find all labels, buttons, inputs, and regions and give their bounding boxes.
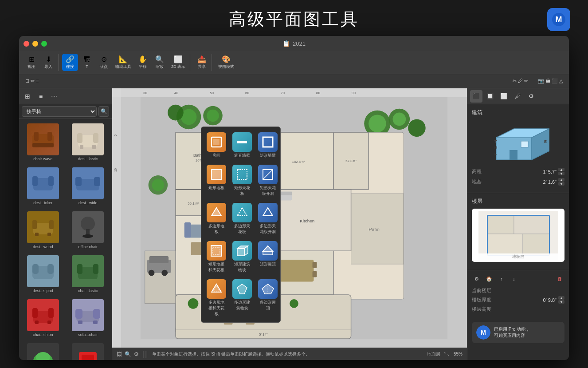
cat-item-rect-ceiling-hole[interactable]: 矩形天花板开洞: [256, 163, 279, 198]
object-item-office-chair[interactable]: office chair: [66, 209, 110, 252]
status-icon-settings[interactable]: ⚙: [134, 351, 139, 357]
status-icon-photo[interactable]: 🖼: [117, 351, 122, 357]
right-toolbar: ⬛ 🔲 ⬜ 🖊 ⚙: [467, 88, 569, 104]
cat-item-poly-ceiling-hole[interactable]: 多边形天花板开洞: [256, 201, 279, 237]
btb-btn-4[interactable]: ↓: [509, 274, 519, 284]
2d-button[interactable]: ⬜ 2D 表示: [169, 54, 188, 71]
object-thumb-chai-shion: [27, 299, 59, 331]
cat-item-poly-roof[interactable]: 多边形屋顶: [256, 277, 279, 319]
floor-height-down[interactable]: ▼: [558, 300, 564, 304]
viewmode-button[interactable]: 🎨 视图模式: [216, 54, 237, 71]
cat-item-rect-floor-ceil[interactable]: 矩形地板和天花板: [205, 239, 228, 275]
object-item-desi-icker[interactable]: desi...icker: [21, 165, 65, 208]
canvas-content[interactable]: Patio Bathroom 107.0 ft² Dressing 84.3 f…: [121, 97, 467, 339]
floor-height-up[interactable]: ▲: [558, 296, 564, 300]
zoom-button[interactable]: 🔍 缩放: [152, 54, 168, 71]
object-item-chai-shion[interactable]: chai...shion: [21, 297, 65, 340]
cat-item-straight-wall[interactable]: 笔直墙壁: [231, 131, 254, 160]
cat-icon-rect-ceiling-hole: [258, 165, 278, 184]
object-label-chai-shion: chai...shion: [33, 332, 53, 337]
object-item-desi-s-pad[interactable]: desi...s pad: [21, 253, 65, 296]
status-icon-zoom-out[interactable]: 🔍: [125, 351, 131, 357]
svg-rect-48: [263, 137, 273, 147]
sidebar-list-btn[interactable]: ≡: [35, 91, 47, 102]
cat-item-poly-ceiling[interactable]: 多边形天花板: [231, 201, 254, 237]
rtb-btn-2[interactable]: 🔲: [484, 90, 496, 103]
object-item-desi-lastic[interactable]: desi...lastic: [66, 121, 110, 164]
minimize-button[interactable]: [32, 41, 38, 47]
btb-btn-1[interactable]: ⚙: [472, 274, 482, 284]
svg-point-42: [36, 352, 50, 360]
cat-item-poly-floor[interactable]: 多边形地板: [205, 201, 228, 237]
close-button[interactable]: [24, 41, 29, 47]
subtb-right1[interactable]: ✂ 🖊 ✏: [509, 77, 532, 85]
canvas-area[interactable]: 30 40 50 60 70 80 90 5 10: [112, 88, 467, 348]
ruler-horizontal: 30 40 50 60 70 80 90: [121, 88, 467, 97]
svg-text:80: 80: [316, 91, 320, 95]
bottom-toolbar: ⚙ 🏠 ↑ ↓ 🗑: [472, 274, 564, 284]
object-item-sofa-chair[interactable]: sofa...chair: [66, 297, 110, 340]
cat-item-poly-floor-ceil[interactable]: 多边形地板和天花板: [205, 277, 228, 319]
base-stepper[interactable]: ▲ ▼: [558, 178, 564, 186]
btb-btn-3[interactable]: ↑: [497, 274, 506, 284]
cat-icon-poly-roof: [258, 279, 278, 299]
object-item-chai-lastic[interactable]: chai...lastic: [66, 253, 110, 296]
floor-height-stepper[interactable]: ▲ ▼: [558, 296, 564, 304]
rtb-btn-3[interactable]: ⬜: [498, 90, 510, 103]
elevation-up[interactable]: ▲: [558, 168, 564, 171]
svg-rect-29: [77, 264, 82, 274]
rtb-btn-5[interactable]: ⚙: [525, 90, 537, 103]
object-label-desi-s-pad: desi...s pad: [33, 289, 53, 293]
share-button[interactable]: 📤 共享: [194, 54, 210, 71]
connect-icon: 🔗: [66, 55, 74, 63]
rtb-btn-1[interactable]: ⬛: [470, 90, 482, 103]
base-up[interactable]: ▲: [558, 178, 564, 182]
svg-line-52: [263, 170, 273, 179]
maximize-button[interactable]: [41, 41, 47, 47]
svg-rect-5: [32, 143, 54, 147]
elevation-label: 高程: [472, 168, 482, 175]
btb-btn-delete[interactable]: 🗑: [555, 274, 564, 284]
status-icons: 🖼 🔍 ⚙ |||: [117, 350, 149, 358]
rtb-btn-4[interactable]: 🖊: [511, 90, 524, 103]
cat-item-rect-ceiling[interactable]: 矩形天花板: [231, 163, 254, 198]
cat-item-rect-wall[interactable]: 矩形墙壁: [256, 131, 279, 160]
assist-button[interactable]: 📐 辅助工具: [113, 54, 134, 71]
svg-point-89: [393, 113, 406, 126]
cat-item-rect-floor[interactable]: 矩形地板: [205, 163, 228, 198]
object-item-theba[interactable]: Theba: [66, 340, 110, 360]
btb-btn-2[interactable]: 🏠: [484, 274, 494, 284]
cat-item-poly-block[interactable]: 多边形建筑物块: [231, 277, 254, 319]
object-thumb-sofa-chair: [72, 299, 104, 331]
search-button[interactable]: 🔍: [98, 106, 109, 117]
sidebar-settings-btn[interactable]: ⋯: [48, 91, 60, 102]
sidebar-grid-btn[interactable]: ⊞: [22, 91, 33, 102]
elevation-down[interactable]: ▼: [558, 172, 564, 175]
svg-rect-4: [47, 132, 52, 141]
cat-item-room[interactable]: 房间: [205, 131, 228, 160]
subtb-right2[interactable]: 📷 🏔 ⬛ △: [534, 77, 566, 85]
elevation-stepper[interactable]: ▲ ▼: [558, 168, 564, 175]
connect-button[interactable]: 🔗 连接: [62, 54, 78, 71]
cat-item-rect-roof[interactable]: 矩形屋顶: [256, 239, 279, 275]
object-item-chair-wave[interactable]: chair wave: [21, 121, 65, 164]
cat-item-rect-block[interactable]: 矩形建筑物块: [231, 239, 254, 275]
search-select[interactable]: 扶手椅: [22, 106, 97, 117]
svg-rect-26: [32, 264, 39, 274]
base-down[interactable]: ▼: [558, 182, 564, 186]
object-item-desi-wide[interactable]: desi...wide: [66, 165, 110, 208]
floor-elevation-label: 楼层高度: [472, 306, 491, 313]
nodes-button[interactable]: ⊙ 状点: [96, 54, 112, 71]
svg-point-141: [290, 299, 298, 308]
subtb-icons[interactable]: ⊡ ✏ ≡: [22, 77, 43, 85]
object-item-desi-wood[interactable]: desi...wood: [21, 209, 65, 252]
object-item-puff[interactable]: Puff: [21, 340, 65, 360]
floor-arrow[interactable]: ⌃⌄: [443, 352, 450, 356]
import-button[interactable]: ⬇ 导入: [40, 54, 56, 71]
view-button[interactable]: ⊞ 视图: [24, 54, 39, 71]
type-button[interactable]: 🏗 T: [79, 55, 95, 70]
floorplan-svg[interactable]: Patio Bathroom 107.0 ft² Dressing 84.3 f…: [121, 97, 467, 339]
svg-marker-53: [212, 208, 221, 216]
pan-button[interactable]: ✋ 平移: [135, 54, 151, 71]
pro-banner[interactable]: M 已启用 Pro 功能， 可购买应用内容: [472, 322, 564, 343]
